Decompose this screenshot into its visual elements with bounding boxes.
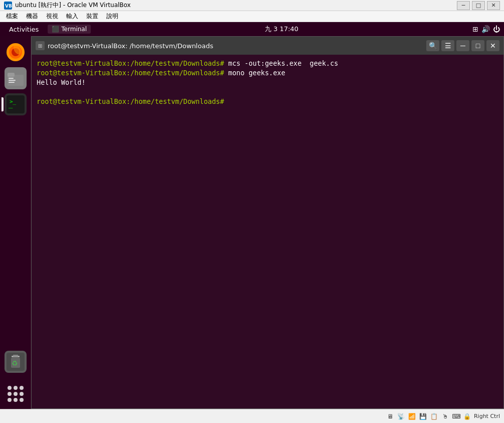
terminal-tab-icon: ⊞ [36,41,45,50]
ubuntu-panel: Activities ⬛ Terminal 九 3 17:40 ⊞ 🔊 ⏻ [0,22,504,36]
status-icon-8: 🔒 [463,412,472,421]
dock-firefox[interactable] [5,41,27,63]
terminal-line-5: root@testvm-VirtualBox:/home/testvm/Down… [37,97,498,106]
status-icon-2: 📡 [397,412,406,421]
search-icon: 🔍 [429,42,437,50]
cmd-2: mono geeks.exe [224,69,285,77]
terminal-line-2: root@testvm-VirtualBox:/home/testvm/Down… [37,68,498,78]
minimize-icon: ─ [460,42,465,50]
power-icon[interactable]: ⏻ [493,25,500,33]
vbox-window-controls: ─ □ ✕ [457,1,500,10]
vbox-menu-devices[interactable]: 裝置 [82,11,102,22]
terminal-content[interactable]: root@testvm-VirtualBox:/home/testvm/Down… [32,55,503,408]
terminal-titlebar-controls: 🔍 ☰ ─ □ ✕ [426,40,499,51]
vbox-titlebar-left: VB ubuntu [執行中] - Oracle VM VirtualBox [4,1,131,10]
terminal-line-3: Hello World! [37,78,498,87]
terminal-icon: _ >_ [7,95,25,113]
svg-text:♻: ♻ [12,359,18,367]
vbox-menu-help[interactable]: 說明 [102,11,122,22]
apps-grid-icon [8,386,24,402]
status-icon-7: ⌨ [452,412,461,421]
status-icon-3: 📶 [408,412,417,421]
panel-left: Activities ⬛ Terminal [4,25,91,34]
dock-files[interactable] [5,67,27,89]
terminal-titlebar: ⊞ root@testvm-VirtualBox: /home/testvm/D… [32,37,503,55]
taskbar-terminal-label: Terminal [61,26,87,33]
terminal-window: ⊞ root@testvm-VirtualBox: /home/testvm/D… [31,36,504,409]
dock-terminal[interactable]: _ >_ [5,93,27,115]
panel-datetime: 九 3 17:40 [265,25,298,34]
cursor [224,97,228,105]
files-icon [8,71,24,86]
close-icon: ✕ [490,42,496,50]
svg-rect-10 [9,82,15,83]
activities-button[interactable]: Activities [4,25,44,34]
terminal-line-4 [37,87,498,97]
vbox-menu-view[interactable]: 視視 [42,11,62,22]
vbox-menu-file[interactable]: 檔案 [2,11,22,22]
terminal-maximize-button[interactable]: □ [471,40,484,51]
terminal-menu-button[interactable]: ☰ [441,40,454,51]
terminal-line-1: root@testvm-VirtualBox:/home/testvm/Down… [37,59,498,68]
prompt-3: root@testvm-VirtualBox:/home/testvm/Down… [37,97,224,105]
vbox-menu-machine[interactable]: 機器 [22,11,42,22]
vbox-icon: VB [4,2,12,10]
svg-rect-7 [8,73,15,77]
svg-rect-8 [9,78,14,79]
speaker-icon[interactable]: 🔊 [481,25,490,33]
cmd-1: mcs -out:geeks.exe geek.cs [224,59,339,67]
svg-rect-16 [13,355,18,357]
svg-text:>_: >_ [10,98,17,105]
status-icon-5: 📋 [430,412,439,421]
terminal-search-button[interactable]: 🔍 [426,40,439,51]
terminal-close-button[interactable]: ✕ [486,40,499,51]
svg-text:VB: VB [5,4,12,9]
datetime-display: 九 3 17:40 [265,25,298,33]
vbox-close-button[interactable]: ✕ [487,1,500,10]
trash-icon: ♻ [7,353,25,371]
vbox-maximize-button[interactable]: □ [472,1,485,10]
taskbar-terminal-item[interactable]: ⬛ Terminal [48,25,91,34]
status-icon-1: 🖥 [386,412,395,421]
status-icon-6: 🖱 [441,412,450,421]
maximize-icon: □ [476,42,480,50]
vbox-menu-input[interactable]: 輸入 [62,11,82,22]
prompt-2: root@testvm-VirtualBox:/home/testvm/Down… [37,69,224,77]
panel-right: ⊞ 🔊 ⏻ [472,25,500,33]
taskbar-terminal-icon: ⬛ [52,26,59,33]
terminal-minimize-button[interactable]: ─ [456,40,469,51]
vbox-statusbar: 🖥 📡 📶 💾 📋 🖱 ⌨ 🔒 Right Ctrl [0,409,504,423]
vbox-minimize-button[interactable]: ─ [457,1,470,10]
network-icon[interactable]: ⊞ [472,25,478,33]
svg-rect-9 [9,80,16,81]
vbox-title: ubuntu [執行中] - Oracle VM VirtualBox [15,1,131,10]
terminal-titlebar-left: ⊞ root@testvm-VirtualBox: /home/testvm/D… [36,41,213,50]
dock-trash[interactable]: ♻ [5,351,27,373]
terminal-window-title: root@testvm-VirtualBox: /home/testvm/Dow… [48,42,213,50]
ubuntu-dock: _ >_ ♻ [0,36,31,409]
hamburger-icon: ☰ [445,42,451,50]
vbox-menubar: 檔案 機器 視視 輸入 裝置 說明 [0,11,504,22]
status-icon-4: 💾 [419,412,428,421]
dock-show-apps-button[interactable] [5,383,27,405]
firefox-icon [6,43,25,62]
desktop: ⊞ root@testvm-VirtualBox: /home/testvm/D… [31,36,504,409]
right-ctrl-label: Right Ctrl [474,413,500,419]
vbox-titlebar: VB ubuntu [執行中] - Oracle VM VirtualBox ─… [0,0,504,11]
prompt-1: root@testvm-VirtualBox:/home/testvm/Down… [37,59,224,67]
